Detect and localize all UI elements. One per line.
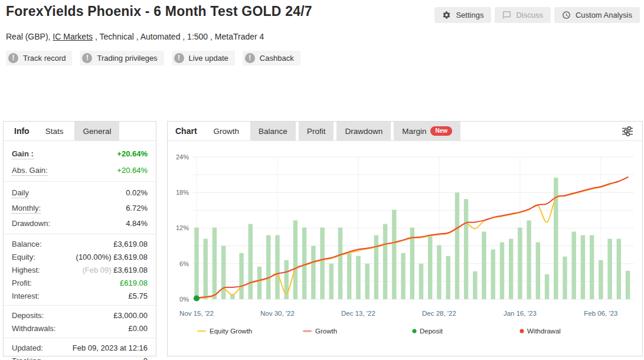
tab-label: General <box>83 127 111 136</box>
stat-label: Profit: <box>12 279 32 287</box>
svg-text:24%: 24% <box>176 153 189 161</box>
stat-row-gain: Gain :+20.64% <box>12 145 148 162</box>
growth-chart-svg: 0%6%12%18%24%Nov 15, '22Nov 30, '22Dec 1… <box>168 141 642 356</box>
svg-text:Growth: Growth <box>315 328 337 335</box>
divider <box>4 234 156 234</box>
tab-stats[interactable]: Stats <box>37 122 72 140</box>
stat-value: +20.64% <box>117 149 148 158</box>
stat-value: Feb 09, 2023 at 12:16 <box>73 343 148 352</box>
tab-balance[interactable]: Balance <box>250 122 296 140</box>
button-label: Custom Analysis <box>576 11 632 19</box>
svg-text:6%: 6% <box>179 260 189 267</box>
tab-label: Profit <box>307 127 326 136</box>
badge-row: Track recordTrading privilegesLive updat… <box>6 51 300 66</box>
stat-value: 4.84% <box>126 219 148 228</box>
stat-value: 0.02% <box>126 188 148 197</box>
badge-trading-privileges: Trading privileges <box>80 51 164 66</box>
badge-label: Trading privileges <box>97 54 157 63</box>
tab-drawdown[interactable]: Drawdown <box>336 122 391 140</box>
divider <box>4 305 156 306</box>
svg-text:Jan 16, '23: Jan 16, '23 <box>504 310 537 317</box>
svg-text:Withdrawal: Withdrawal <box>527 328 561 335</box>
stat-row-updated: Updated:Feb 09, 2023 at 12:16 <box>12 341 148 354</box>
button-label: Discuss <box>516 11 543 19</box>
svg-text:Feb 06, '23: Feb 06, '23 <box>584 310 617 317</box>
gear-icon <box>442 11 451 19</box>
exclamation-icon <box>174 53 184 63</box>
chart-options-sliders-icon[interactable] <box>620 122 635 140</box>
custom-analysis-button[interactable]: Custom Analysis <box>554 7 640 23</box>
badge-label: Cashback <box>260 54 294 63</box>
stat-label: Gain : <box>12 149 34 158</box>
info-label: Info <box>4 122 37 140</box>
badge-track-record: Track record <box>6 51 72 66</box>
subtitle-prefix: Real (GBP), <box>6 32 53 41</box>
stat-label: Withdrawals: <box>12 324 55 333</box>
stat-row-highest: Highest:(Feb 09) £3,619.08 <box>12 263 148 276</box>
stat-label: Daily <box>12 188 29 197</box>
stat-label: Highest: <box>12 266 40 274</box>
clock-icon <box>562 11 571 19</box>
tab-profit[interactable]: Profit <box>299 122 334 140</box>
svg-text:Dec 13, '22: Dec 13, '22 <box>341 310 375 317</box>
stat-row-deposits: Deposits:£3,000.00 <box>12 309 148 322</box>
stat-row-withdrawals: Withdrawals:£0.00 <box>12 322 148 335</box>
tab-margin[interactable]: MarginNew <box>394 122 460 140</box>
stat-value: +20.64% <box>117 166 148 175</box>
stat-row-balance: Balance:£3,619.08 <box>12 237 148 250</box>
stat-value: (Feb 09) £3,619.08 <box>82 266 148 274</box>
badge-label: Track record <box>23 54 66 63</box>
divider <box>4 181 156 182</box>
chart-panel: Chart GrowthBalanceProfitDrawdownMarginN… <box>167 121 643 356</box>
divider <box>4 338 156 338</box>
stat-label: Monthly: <box>12 204 41 212</box>
stat-row-drawdown: Drawdown:4.84% <box>12 215 148 231</box>
svg-text:Dec 28, '22: Dec 28, '22 <box>422 310 456 317</box>
tab-label: Growth <box>214 127 240 136</box>
svg-text:Equity Growth: Equity Growth <box>210 328 252 335</box>
stat-value: £0.00 <box>128 324 148 333</box>
tab-label: Margin <box>402 127 426 136</box>
subtitle-suffix: , Technical , Automated , 1:500 , MetaTr… <box>93 32 264 41</box>
stats-tabstrip: Info StatsGeneral <box>4 122 156 141</box>
stat-label: Abs. Gain: <box>12 166 48 175</box>
exclamation-icon <box>245 53 255 63</box>
tab-label: Stats <box>45 127 64 136</box>
svg-text:0%: 0% <box>179 296 189 303</box>
broker-link[interactable]: IC Markets <box>53 32 93 41</box>
stat-value: 6.72% <box>126 204 148 212</box>
stat-row-interest: Interest:£5.75 <box>12 289 148 302</box>
button-label: Settings <box>456 11 483 19</box>
stat-label: Balance: <box>12 240 42 248</box>
stat-label: Updated: <box>12 343 43 352</box>
chart-tabstrip: Chart GrowthBalanceProfitDrawdownMarginN… <box>168 122 642 141</box>
stat-row-profit: Profit:£619.08 <box>12 276 148 289</box>
stat-label: Interest: <box>12 292 40 300</box>
exclamation-icon <box>82 53 92 63</box>
stat-value: £5.75 <box>128 292 148 300</box>
stat-label: Tracking <box>12 356 41 360</box>
stats-panel: Info StatsGeneral Gain :+20.64%Abs. Gain… <box>3 121 156 356</box>
stat-row-monthly: Monthly:6.72% <box>12 200 148 215</box>
tab-general[interactable]: General <box>74 122 119 140</box>
svg-text:18%: 18% <box>176 189 189 196</box>
svg-text:Nov 15, '22: Nov 15, '22 <box>179 310 214 317</box>
stat-value: £3,000.00 <box>113 311 148 320</box>
growth-chart[interactable]: 0%6%12%18%24%Nov 15, '22Nov 30, '22Dec 1… <box>168 141 642 356</box>
tab-growth[interactable]: Growth <box>205 122 248 140</box>
settings-button[interactable]: Settings <box>434 7 491 23</box>
tab-label: Balance <box>259 127 287 136</box>
page-title: ForexYields Phoenix - 6 Month Test GOLD … <box>6 4 312 19</box>
stat-value: £3,619.08 <box>113 240 148 248</box>
svg-text:Deposit: Deposit <box>420 328 443 335</box>
badge-cashback: Cashback <box>243 51 300 66</box>
badge-label: Live update <box>189 54 228 63</box>
badge-live-update: Live update <box>172 51 235 66</box>
stat-label: Drawdown: <box>12 219 50 228</box>
stat-label: Deposits: <box>12 311 44 320</box>
discuss-button[interactable]: Discuss <box>495 7 551 23</box>
exclamation-icon <box>8 53 18 63</box>
account-subtitle: Real (GBP), IC Markets , Technical , Aut… <box>6 32 264 41</box>
stat-value: £619.08 <box>120 279 148 287</box>
stat-row-daily: Daily0.02% <box>12 185 148 200</box>
